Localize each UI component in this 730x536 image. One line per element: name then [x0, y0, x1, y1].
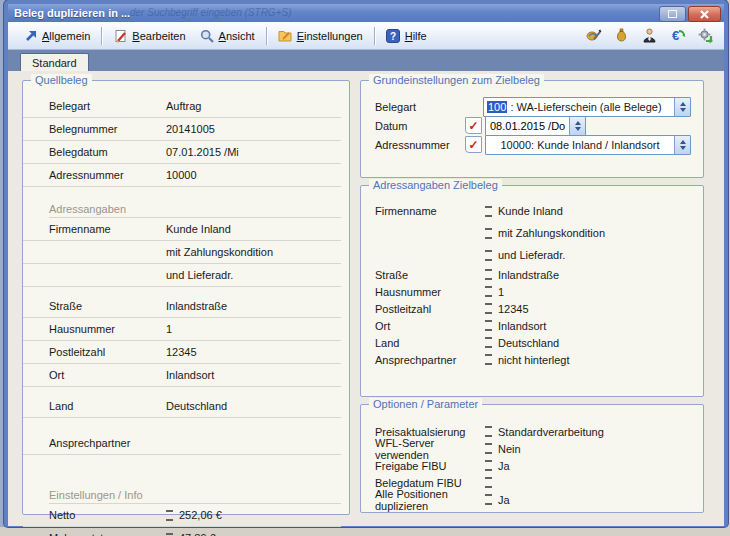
- belegart-select[interactable]: 100 : WA-Lieferschein (alle Belege): [483, 97, 691, 117]
- datum-row: Datum 08.01.2015 /Do: [375, 116, 691, 135]
- equals-icon: [485, 354, 492, 365]
- section-header-einstellungen-info: Einstellungen / Info: [49, 481, 341, 504]
- arrow-down-icon: [575, 127, 581, 131]
- field-value: und Lieferadr.: [498, 249, 565, 261]
- field-row-strasse: Straße Inlandstraße: [23, 295, 341, 318]
- content-area: Quellbeleg Belegart Auftrag Belegnummer …: [8, 71, 724, 526]
- field-value: Nein: [498, 443, 521, 455]
- field-value: 07.01.2015 /Mi: [166, 146, 239, 158]
- adressnummer-checkmark-icon[interactable]: [465, 136, 482, 153]
- arrow-up-icon: [575, 121, 581, 125]
- field-value: mit Zahlungskondition: [166, 246, 273, 258]
- field-label: Postleitzahl: [49, 346, 166, 358]
- arrow-down-icon: [680, 108, 686, 112]
- field-row-belegnummer: Belegnummer 20141005: [23, 118, 341, 141]
- datum-value: 08.01.2015 /Do: [486, 120, 569, 132]
- equals-icon: [485, 206, 492, 217]
- svg-text:?: ?: [390, 30, 396, 41]
- field-row-firmenname3: und Lieferadr.: [361, 244, 693, 266]
- window-controls: [659, 6, 721, 22]
- spinner-icon[interactable]: [674, 136, 690, 154]
- euro-sync-icon[interactable]: €: [669, 27, 686, 44]
- datum-checkmark-icon[interactable]: [465, 117, 482, 134]
- field-value: 12345: [166, 346, 197, 358]
- right-column: Grundeinstellungen zum Zielbeleg Belegar…: [360, 80, 702, 513]
- field-label: Ort: [375, 320, 485, 332]
- field-row-firmenname2: mit Zahlungskondition: [361, 222, 693, 244]
- arrow-down-icon: [680, 146, 686, 150]
- menu-label: Bearbeiten: [132, 30, 185, 42]
- field-label: Datum: [375, 120, 465, 132]
- field-value: mit Zahlungskondition: [498, 227, 605, 239]
- field-label: Hausnummer: [49, 323, 166, 335]
- panel-quellbeleg: Quellbeleg Belegart Auftrag Belegnummer …: [22, 80, 350, 515]
- belegart-row: Belegart 100 : WA-Lieferschein (alle Bel…: [375, 97, 691, 116]
- menu-separator: [101, 27, 102, 45]
- edit-document-icon: [113, 28, 128, 43]
- section-header-adressangaben: Adressangaben: [49, 195, 341, 218]
- tab-standard[interactable]: Standard: [20, 53, 89, 71]
- field-row-strasse: Straße Inlandstraße: [361, 266, 693, 283]
- field-row-freigabe-fibu: Freigabe FIBU Ja: [361, 457, 693, 474]
- menu-separator: [374, 27, 375, 45]
- toolbar-icon-group: €: [585, 22, 714, 49]
- field-label: WFL-Server verwenden: [375, 437, 485, 461]
- field-label: Firmenname: [49, 223, 166, 235]
- datum-input[interactable]: 08.01.2015 /Do: [485, 116, 586, 136]
- spinner-icon[interactable]: [674, 98, 690, 116]
- panel-title: Grundeinstellungen zum Zielbeleg: [369, 74, 544, 87]
- equals-icon: [485, 477, 492, 488]
- close-button[interactable]: [688, 6, 721, 22]
- field-value: Kunde Inland: [166, 223, 231, 235]
- field-value: Inlandstraße: [498, 269, 559, 281]
- field-row-land: Land Deutschland: [23, 395, 341, 418]
- menu-bearbeiten[interactable]: Bearbeiten: [106, 25, 192, 46]
- menu-label: Einstellungen: [297, 30, 363, 42]
- menu-hilfe[interactable]: ? Hilfe: [379, 25, 434, 46]
- panel-title: Adressangaben Zielbeleg: [369, 179, 502, 192]
- field-label: Postleitzahl: [375, 303, 485, 315]
- menu-allgemein[interactable]: Allgemein: [16, 25, 97, 46]
- panel-grundeinstellungen: Grundeinstellungen zum Zielbeleg Belegar…: [360, 80, 704, 178]
- panel-optionen-parameter: Optionen / Parameter Preisaktualsierung …: [360, 404, 704, 513]
- equals-icon: [485, 303, 492, 314]
- spinner-icon[interactable]: [569, 117, 585, 135]
- equals-icon: [485, 443, 492, 454]
- customer-icon[interactable]: [641, 27, 658, 44]
- field-value: 47,89 €: [179, 532, 216, 536]
- svg-text:€: €: [672, 28, 679, 43]
- menu-einstellungen[interactable]: Einstellungen: [271, 25, 370, 46]
- money-bag-icon[interactable]: [613, 27, 630, 44]
- signature-pen-icon[interactable]: [585, 27, 602, 44]
- field-label: Hausnummer: [375, 286, 485, 298]
- adressnummer-text: 10000: Kunde Inland / Inlandsort: [486, 139, 674, 151]
- field-label: Ansprechpartner: [49, 437, 166, 449]
- adressnummer-select[interactable]: 10000: Kunde Inland / Inlandsort: [485, 135, 691, 155]
- quellbeleg-body: Belegart Auftrag Belegnummer 20141005 Be…: [23, 81, 349, 536]
- maximize-icon: [668, 10, 677, 18]
- nav-arrow-icon: [23, 28, 38, 43]
- arrow-up-icon: [680, 102, 686, 106]
- field-row-firmenname: Firmenname Kunde Inland: [361, 200, 693, 222]
- menu-label: Ansicht: [219, 30, 255, 42]
- process-gear-icon[interactable]: [697, 27, 714, 44]
- field-value: Inlandsort: [498, 320, 546, 332]
- field-value: Ja: [498, 460, 510, 472]
- panel-title: Optionen / Parameter: [369, 398, 482, 411]
- menu-separator: [266, 27, 267, 45]
- field-row-belegdatum: Belegdatum 07.01.2015 /Mi: [23, 141, 341, 164]
- equals-icon: [166, 533, 173, 536]
- help-icon: ?: [386, 28, 401, 43]
- equals-icon: [485, 250, 492, 261]
- field-row-firmenname3: und Lieferadr.: [23, 264, 341, 287]
- menu-ansicht[interactable]: Ansicht: [193, 25, 262, 46]
- tab-label: Standard: [32, 57, 77, 69]
- field-row-postleitzahl: Postleitzahl 12345: [361, 300, 693, 317]
- equals-icon: [485, 494, 492, 505]
- maximize-button[interactable]: [659, 6, 686, 22]
- menu-label: Hilfe: [405, 30, 427, 42]
- screen: Beleg duplizieren in ... der Suchbegriff…: [0, 0, 730, 536]
- field-value: 1: [166, 323, 172, 335]
- field-row-wfl-server: WFL-Server verwenden Nein: [361, 440, 693, 457]
- magnifier-icon: [200, 28, 215, 43]
